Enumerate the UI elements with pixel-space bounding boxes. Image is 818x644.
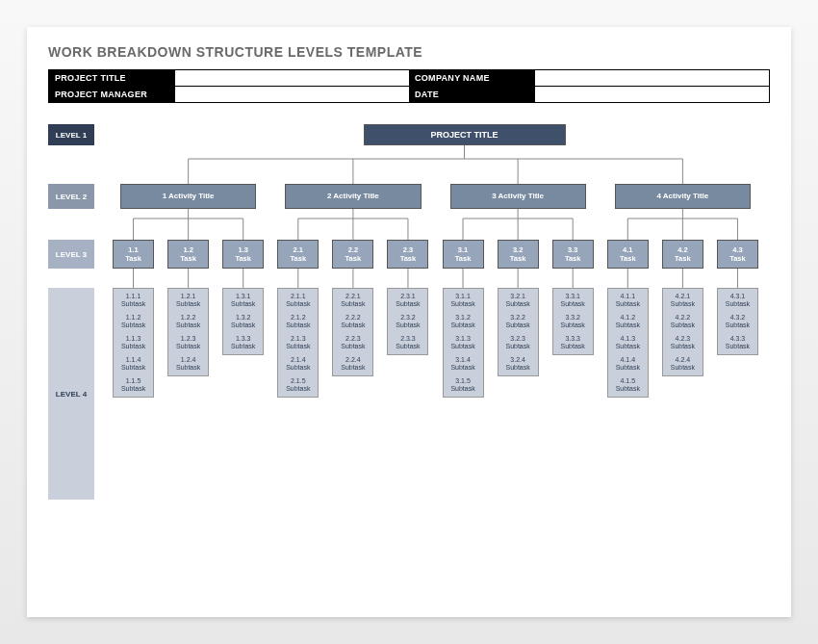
subtask: 3.1.4Subtask: [446, 356, 481, 372]
task-node: 2.3Task: [387, 240, 428, 269]
subtask: 1.1.4Subtask: [115, 356, 151, 372]
subtask-column: 2.3.1Subtask2.3.2Subtask2.3.3Subtask: [387, 288, 428, 355]
subtask-column: 2.1.1Subtask2.1.2Subtask2.1.3Subtask2.1.…: [277, 288, 319, 398]
task-node: 2.1Task: [277, 240, 319, 269]
subtask: 4.2.3Subtask: [665, 335, 701, 350]
subtask: 3.2.1Subtask: [500, 293, 536, 308]
subtask: 4.1.5Subtask: [610, 377, 646, 393]
label-project-manager: PROJECT MANAGER: [49, 87, 174, 102]
value-project-manager[interactable]: [174, 87, 409, 102]
task-node: 4.2Task: [662, 240, 703, 269]
subtask: 3.2.2Subtask: [500, 314, 536, 329]
subtask: 4.1.2Subtask: [610, 314, 646, 329]
page-title: WORK BREAKDOWN STRUCTURE LEVELS TEMPLATE: [48, 44, 770, 60]
subtask: 3.2.3Subtask: [500, 335, 536, 350]
subtask: 1.2.1Subtask: [170, 293, 206, 308]
subtask: 4.3.3Subtask: [720, 335, 755, 350]
value-company-name[interactable]: [534, 70, 769, 86]
subtask: 2.1.2Subtask: [280, 314, 316, 329]
info-table: PROJECT TITLE COMPANY NAME PROJECT MANAG…: [48, 69, 770, 103]
label-company-name: COMPANY NAME: [409, 70, 534, 86]
subtask-column: 3.1.1Subtask3.1.2Subtask3.1.3Subtask3.1.…: [443, 288, 484, 398]
task-node: 1.1Task: [113, 240, 154, 269]
subtask: 2.2.3Subtask: [335, 335, 371, 350]
subtask: 3.3.2Subtask: [555, 314, 591, 329]
subtask: 4.2.4Subtask: [665, 356, 701, 372]
subtask: 4.1.1Subtask: [610, 293, 646, 308]
subtask: 2.2.2Subtask: [335, 314, 371, 329]
info-row: PROJECT TITLE COMPANY NAME: [49, 70, 769, 86]
subtask: 4.3.2Subtask: [720, 314, 755, 329]
subtask: 2.1.5Subtask: [280, 377, 316, 393]
value-date[interactable]: [534, 87, 769, 102]
subtask: 1.2.2Subtask: [170, 314, 206, 329]
subtask-column: 1.1.1Subtask1.1.2Subtask1.1.3Subtask1.1.…: [113, 288, 154, 398]
subtask: 2.1.3Subtask: [280, 335, 316, 350]
task-node: 4.3Task: [717, 240, 758, 269]
info-row: PROJECT MANAGER DATE: [49, 86, 769, 102]
subtask: 1.2.4Subtask: [170, 356, 206, 372]
subtask: 1.1.1Subtask: [115, 293, 151, 308]
activity-node: 4 Activity Title: [615, 184, 751, 209]
subtask-column: 3.2.1Subtask3.2.2Subtask3.2.3Subtask3.2.…: [498, 288, 539, 376]
level1-label: LEVEL 1: [48, 124, 94, 145]
subtask: 2.1.4Subtask: [280, 356, 316, 372]
level3-label: LEVEL 3: [48, 240, 94, 269]
task-node: 2.2Task: [332, 240, 373, 269]
task-node: 3.3Task: [552, 240, 594, 269]
task-node: 1.2Task: [167, 240, 209, 269]
subtask: 1.1.2Subtask: [115, 314, 151, 329]
label-date: DATE: [409, 87, 534, 102]
subtask-column: 4.3.1Subtask4.3.2Subtask4.3.3Subtask: [717, 288, 758, 355]
subtask: 1.3.3Subtask: [225, 335, 261, 350]
task-node: 1.3Task: [222, 240, 264, 269]
project-node: PROJECT TITLE: [364, 124, 566, 145]
subtask: 3.3.3Subtask: [555, 335, 591, 350]
subtask-column: 4.1.1Subtask4.1.2Subtask4.1.3Subtask4.1.…: [607, 288, 649, 398]
subtask: 3.1.2Subtask: [446, 314, 481, 329]
subtask: 3.1.1Subtask: [446, 293, 481, 308]
subtask: 1.3.2Subtask: [225, 314, 261, 329]
subtask-column: 2.2.1Subtask2.2.2Subtask2.2.3Subtask2.2.…: [332, 288, 373, 376]
subtask: 3.3.1Subtask: [555, 293, 591, 308]
task-node: 4.1Task: [607, 240, 649, 269]
activity-node: 3 Activity Title: [450, 184, 586, 209]
subtask: 2.1.1Subtask: [280, 293, 316, 308]
subtask: 2.2.4Subtask: [335, 356, 371, 372]
subtask: 1.1.3Subtask: [115, 335, 151, 350]
label-project-title: PROJECT TITLE: [49, 70, 174, 86]
subtask: 4.2.2Subtask: [665, 314, 701, 329]
subtask-column: 3.3.1Subtask3.3.2Subtask3.3.3Subtask: [552, 288, 594, 355]
level4-label: LEVEL 4: [48, 288, 94, 500]
subtask: 1.2.3Subtask: [170, 335, 206, 350]
subtask: 4.1.4Subtask: [610, 356, 646, 372]
subtask: 4.3.1Subtask: [720, 293, 755, 308]
subtask: 3.1.5Subtask: [446, 377, 481, 393]
subtask: 1.3.1Subtask: [225, 293, 261, 308]
subtask: 1.1.5Subtask: [115, 377, 151, 393]
subtask-column: 1.2.1Subtask1.2.2Subtask1.2.3Subtask1.2.…: [167, 288, 209, 376]
subtask: 2.3.2Subtask: [390, 314, 425, 329]
document-page: WORK BREAKDOWN STRUCTURE LEVELS TEMPLATE…: [27, 27, 791, 617]
subtask: 4.2.1Subtask: [665, 293, 701, 308]
value-project-title[interactable]: [174, 70, 409, 86]
level2-label: LEVEL 2: [48, 184, 94, 209]
wbs-chart: LEVEL 1 LEVEL 2 LEVEL 3 LEVEL 4 PROJECT …: [48, 124, 770, 538]
subtask: 2.3.3Subtask: [390, 335, 425, 350]
activity-node: 1 Activity Title: [120, 184, 256, 209]
subtask: 2.2.1Subtask: [335, 293, 371, 308]
task-node: 3.1Task: [443, 240, 484, 269]
subtask-column: 4.2.1Subtask4.2.2Subtask4.2.3Subtask4.2.…: [662, 288, 703, 376]
task-node: 3.2Task: [498, 240, 539, 269]
subtask: 3.1.3Subtask: [446, 335, 481, 350]
subtask-column: 1.3.1Subtask1.3.2Subtask1.3.3Subtask: [222, 288, 264, 355]
subtask: 3.2.4Subtask: [500, 356, 536, 372]
subtask: 2.3.1Subtask: [390, 293, 425, 308]
subtask: 4.1.3Subtask: [610, 335, 646, 350]
activity-node: 2 Activity Title: [285, 184, 421, 209]
